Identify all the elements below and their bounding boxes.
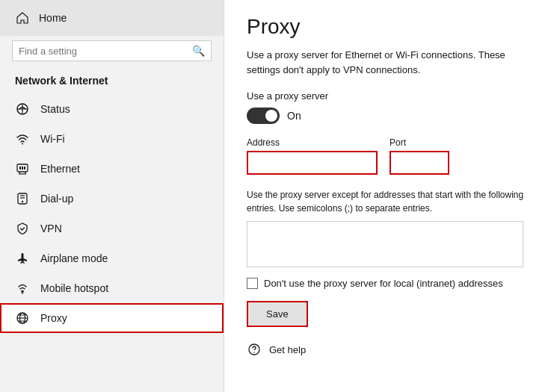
port-input[interactable] (390, 151, 449, 175)
status-icon (15, 102, 30, 116)
port-label: Port (390, 137, 449, 148)
sidebar-item-vpn[interactable]: VPN (0, 214, 224, 243)
ethernet-icon (15, 161, 30, 176)
sidebar-item-label: Proxy (40, 312, 67, 324)
description: Use a proxy server for Ethernet or Wi-Fi… (247, 48, 526, 77)
search-input[interactable] (19, 46, 188, 57)
svg-rect-9 (22, 167, 23, 169)
exceptions-desc: Use the proxy server except for addresse… (247, 188, 526, 215)
port-group: Port (390, 137, 449, 175)
search-box: 🔍 (12, 40, 212, 61)
address-input[interactable] (247, 151, 378, 175)
toggle-label: On (287, 110, 301, 122)
section-title: Network & Internet (0, 69, 224, 94)
sidebar-item-ethernet[interactable]: Ethernet (0, 154, 224, 184)
get-help-row: Get help (247, 342, 526, 357)
home-label: Home (39, 12, 67, 24)
wifi-icon (15, 131, 30, 146)
svg-point-23 (253, 352, 255, 353)
address-group: Address (247, 137, 378, 175)
svg-point-22 (249, 344, 259, 355)
hotspot-icon (15, 281, 30, 296)
svg-point-12 (22, 201, 23, 202)
help-icon (247, 342, 262, 357)
dialup-icon (15, 191, 30, 206)
airplane-icon (15, 251, 30, 266)
local-checkbox-label: Don't use the proxy server for local (in… (264, 278, 503, 289)
address-label: Address (247, 137, 378, 148)
main-content: Proxy Use a proxy server for Ethernet or… (224, 0, 548, 392)
sidebar-item-label: Dial-up (40, 193, 73, 205)
sidebar-item-wifi[interactable]: Wi-Fi (0, 124, 224, 154)
search-button[interactable]: 🔍 (192, 45, 205, 57)
sidebar-home[interactable]: Home (0, 0, 224, 36)
sidebar-item-hotspot[interactable]: Mobile hotspot (0, 273, 224, 303)
svg-point-3 (22, 143, 23, 145)
sidebar-item-dialup[interactable]: Dial-up (0, 184, 224, 214)
sidebar-item-airplane[interactable]: Airplane mode (0, 243, 224, 273)
sidebar-item-label: Mobile hotspot (40, 282, 108, 294)
sidebar-item-label: Wi-Fi (40, 133, 65, 145)
sidebar: Home 🔍 Network & Internet Status (0, 0, 224, 392)
local-checkbox[interactable] (247, 278, 258, 289)
vpn-icon (15, 221, 30, 236)
toggle-row: On (247, 108, 526, 124)
sidebar-item-status[interactable]: Status (0, 94, 224, 124)
home-icon (15, 10, 30, 25)
svg-rect-10 (24, 167, 25, 169)
proxy-server-section-label: Use a proxy server (247, 90, 526, 102)
get-help-label: Get help (269, 344, 306, 355)
sidebar-item-label: Airplane mode (40, 252, 108, 264)
page-title: Proxy (247, 15, 526, 39)
sidebar-item-proxy[interactable]: Proxy (0, 303, 224, 333)
local-checkbox-row: Don't use the proxy server for local (in… (247, 278, 526, 289)
sidebar-item-label: Status (40, 103, 70, 115)
svg-rect-8 (19, 167, 21, 169)
sidebar-item-label: VPN (40, 223, 62, 234)
address-port-row: Address Port (247, 137, 526, 175)
save-button[interactable]: Save (247, 301, 308, 327)
sidebar-item-label: Ethernet (40, 163, 80, 175)
proxy-icon (15, 311, 30, 326)
exceptions-textarea[interactable] (247, 221, 523, 267)
proxy-toggle[interactable] (247, 108, 280, 124)
